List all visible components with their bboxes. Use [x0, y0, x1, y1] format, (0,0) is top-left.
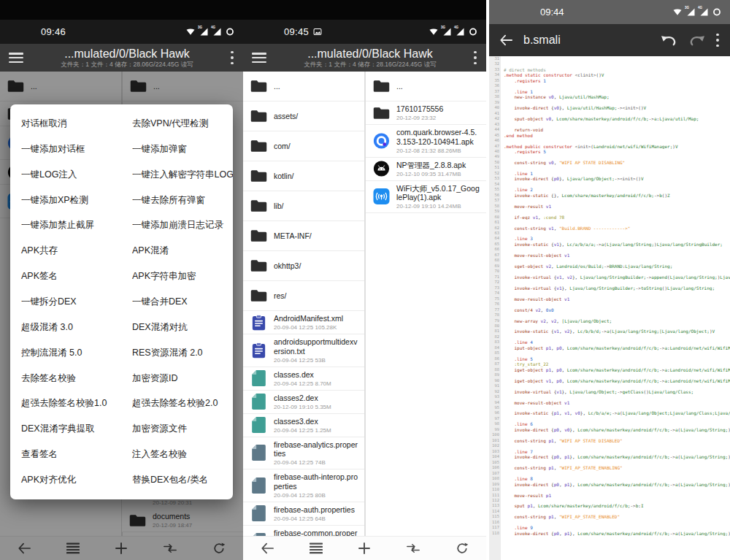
code-line: move-result-object v1	[504, 253, 730, 258]
file-name: com/	[274, 142, 358, 151]
menu-item[interactable]: 超强去除签名校验2.0	[132, 391, 233, 416]
file-row[interactable]: META-INF/	[243, 221, 364, 251]
file-row[interactable]: firebase-auth.properties20-09-04 12:25 6…	[243, 502, 364, 526]
menu-item[interactable]: APK混淆	[132, 238, 233, 264]
status-icons: 3G4G	[429, 28, 477, 36]
menu-item[interactable]: 查看签名	[21, 442, 132, 467]
file-row[interactable]: res/	[243, 281, 364, 311]
file-row[interactable]: assets/	[243, 101, 364, 131]
menu-item[interactable]: 超强去除签名校验1.0	[21, 391, 132, 416]
list-menu-icon[interactable]	[300, 537, 332, 560]
line-number: 89	[489, 372, 499, 377]
file-row[interactable]: AndroidManifest.xml20-09-04 12:25 105.28…	[243, 311, 364, 334]
file-row[interactable]: ...	[243, 72, 364, 101]
menu-item[interactable]: DEX混淆字典提取	[21, 416, 132, 442]
file-row[interactable]: firebase-analytics.properties20-09-04 12…	[243, 437, 364, 470]
code-line: new-array v2, v2, [Ljava/lang/Object;	[504, 318, 730, 323]
hamburger-menu-icon[interactable]	[9, 53, 23, 63]
file-row[interactable]: classes.dex20-09-04 12:25 8.70M	[243, 367, 364, 391]
file-name: classes2.dex	[274, 394, 358, 403]
hamburger-menu-icon[interactable]	[252, 53, 266, 63]
menu-item[interactable]: 一键添加XP检测	[21, 188, 132, 213]
redo-icon[interactable]	[688, 35, 705, 46]
folder-icon	[372, 105, 391, 121]
line-number: 116	[489, 520, 499, 525]
file-row[interactable]: com/	[243, 131, 364, 161]
code-line	[504, 209, 730, 214]
path-stats: 文件夹：1 文件：4 储存：28.16G/224.45G 读写	[271, 61, 469, 68]
menu-item[interactable]: APK签名	[21, 264, 132, 289]
menu-item[interactable]: APK字符串加密	[132, 264, 233, 289]
undo-icon[interactable]	[661, 35, 677, 46]
menu-item[interactable]: 加密资源ID	[132, 366, 233, 391]
menu-item[interactable]: 一键合并DEX	[132, 289, 233, 315]
wifi-icon	[673, 8, 682, 16]
line-number: 90	[489, 378, 499, 383]
code-line: .end method	[504, 133, 730, 138]
clipboard-icon	[249, 315, 268, 331]
menu-item[interactable]: 一键注入解密字符串LOG	[132, 162, 233, 188]
menu-item[interactable]: 去除签名校验	[21, 366, 132, 391]
overflow-menu-icon[interactable]	[231, 51, 234, 65]
file-row[interactable]: androidsupportmultidexversion.txt20-09-0…	[243, 334, 364, 367]
file-row[interactable]: NP管理器_2.8.8.apk20-12-10 09:35 31.47MB	[366, 158, 486, 181]
code-line	[504, 280, 730, 285]
menu-item[interactable]: APK共存	[21, 238, 132, 264]
menu-item[interactable]: 一键拆分DEX	[21, 289, 132, 315]
menu-item[interactable]: 一键添加崩溃日志记录	[132, 212, 233, 238]
file-row[interactable]: firebase-common.properties20-09-04 12:25…	[243, 526, 364, 537]
menu-item[interactable]: 一键去除所有弹窗	[132, 188, 233, 213]
line-number: 88	[489, 367, 499, 372]
menu-item[interactable]: 替换DEX包名/类名	[132, 467, 233, 493]
overflow-menu-icon[interactable]	[716, 34, 720, 47]
file-row[interactable]: firebase-auth-interop.properties20-09-04…	[243, 469, 364, 502]
file-row[interactable]: com.quark.browser-4.5.3.153-120-104941.a…	[366, 125, 486, 158]
prop-icon	[249, 445, 268, 461]
dex-icon	[249, 370, 268, 386]
line-number: 115	[489, 514, 499, 519]
code-line: move-result-object v1	[504, 400, 730, 405]
file-name: WiFi大师_v5.0.17_GooglePlay(1).apk	[396, 184, 480, 202]
file-row[interactable]: classes2.dex20-12-09 19:10 5.35M	[243, 391, 364, 414]
folder-icon	[249, 228, 268, 244]
menu-item[interactable]: 一键LOG注入	[21, 162, 132, 188]
menu-item[interactable]: 超级混淆 3.0	[21, 315, 132, 340]
back-icon[interactable]	[251, 537, 283, 560]
menu-item[interactable]: 加密资源文件	[132, 416, 233, 442]
file-row[interactable]: lib/	[243, 191, 364, 221]
menu-item[interactable]: RES资源混淆 2.0	[132, 340, 233, 366]
back-arrow-icon[interactable]	[499, 34, 512, 46]
line-number: 74	[489, 291, 499, 296]
menu-item[interactable]: 注入签名校验	[132, 442, 233, 467]
menu-item[interactable]: 控制流混淆 5.0	[21, 340, 132, 366]
add-icon[interactable]	[348, 537, 380, 560]
overflow-menu-icon[interactable]	[474, 51, 477, 65]
code-editor-area[interactable]: 3132333435363738394041424344454647484950…	[489, 56, 730, 560]
code-line	[504, 111, 730, 116]
menu-item[interactable]: 一键添加对话框	[21, 137, 132, 162]
switch-window-icon[interactable]	[397, 537, 429, 560]
menu-item[interactable]: 一键添加禁止截屏	[21, 212, 132, 238]
file-row[interactable]: 1761017555620-12-09 23:32	[366, 101, 486, 125]
file-row[interactable]: classes3.dex20-09-04 12:25 1.25M	[243, 414, 364, 437]
menu-item[interactable]: APK对齐优化	[21, 467, 132, 493]
refresh-icon[interactable]	[446, 537, 478, 560]
folder-icon	[249, 138, 268, 154]
line-number: 58	[489, 204, 499, 209]
toolbar: ...mulated/0/Black Hawk 文件夹：1 文件：4 储存：28…	[0, 44, 243, 72]
file-name: firebase-analytics.properties	[274, 440, 358, 459]
file-row[interactable]: ...	[366, 72, 486, 101]
menu-item[interactable]: DEX混淆对抗	[132, 315, 233, 340]
code-line: .line 3	[504, 236, 730, 241]
file-row[interactable]: okhttp3/	[243, 251, 364, 281]
line-number: 87	[489, 361, 499, 367]
file-row[interactable]: WiFi大师_v5.0.17_GooglePlay(1).apk20-12-09…	[366, 181, 486, 214]
menu-item[interactable]: 去除VPN/代理检测	[132, 111, 233, 137]
smali-editor-panel: 09:44 3G4G b.smali 313233343536373839404…	[486, 0, 730, 560]
code-line: new-instance v0, Ljava/util/HashMap;	[504, 94, 730, 99]
line-number: 70	[489, 269, 499, 274]
file-row[interactable]: kotlin/	[243, 161, 364, 191]
line-number: 105	[489, 460, 499, 465]
menu-item[interactable]: 对话框取消	[21, 111, 132, 137]
menu-item[interactable]: 一键添加弹窗	[132, 137, 233, 162]
